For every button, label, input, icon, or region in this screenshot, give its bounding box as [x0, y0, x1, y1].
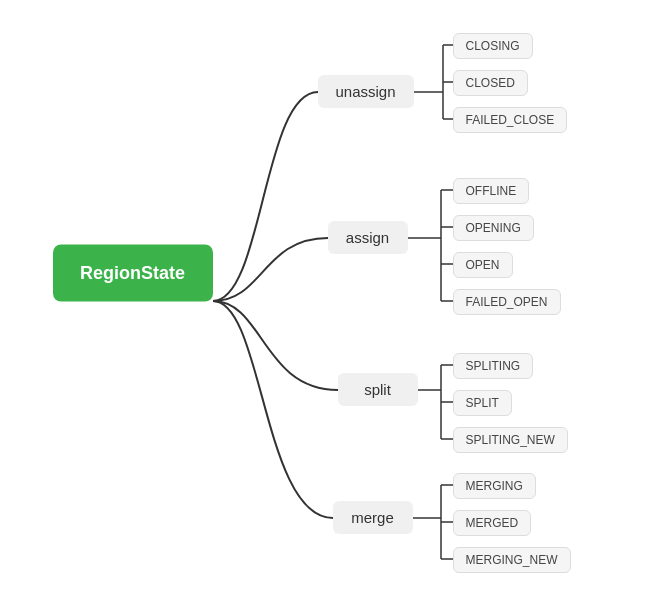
diagram: RegionState unassign CLOSING CLOSED FAIL…	[23, 13, 643, 593]
leaf-open: OPEN	[453, 252, 513, 278]
leaf-spliting-new: SPLITING_NEW	[453, 427, 568, 453]
leaf-failed-open: FAILED_OPEN	[453, 289, 561, 315]
branch-unassign: unassign	[318, 75, 414, 108]
leaf-merging-new: MERGING_NEW	[453, 547, 571, 573]
branch-split: split	[338, 373, 418, 406]
branch-merge: merge	[333, 501, 413, 534]
leaf-split: SPLIT	[453, 390, 512, 416]
leaf-closing: CLOSING	[453, 33, 533, 59]
leaf-failed-close: FAILED_CLOSE	[453, 107, 568, 133]
root-node: RegionState	[53, 245, 213, 302]
leaf-merged: MERGED	[453, 510, 532, 536]
branch-assign: assign	[328, 221, 408, 254]
leaf-merging: MERGING	[453, 473, 536, 499]
leaf-spliting: SPLITING	[453, 353, 534, 379]
leaf-offline: OFFLINE	[453, 178, 530, 204]
leaf-closed: CLOSED	[453, 70, 528, 96]
leaf-opening: OPENING	[453, 215, 534, 241]
